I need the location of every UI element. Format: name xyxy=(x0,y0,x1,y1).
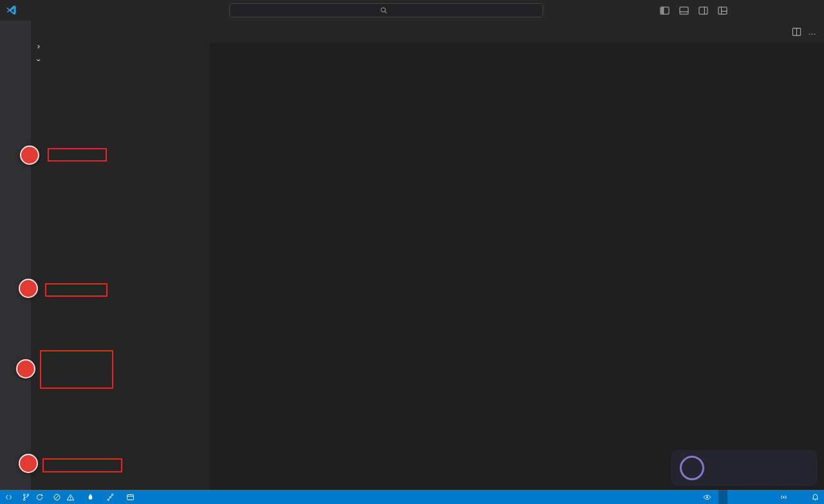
menu-view[interactable] xyxy=(58,8,68,13)
window-icon xyxy=(126,493,135,501)
remote-icon xyxy=(5,493,13,501)
annotation-box-page-tsx xyxy=(48,148,107,162)
layout-controls xyxy=(656,3,731,18)
split-editor-icon[interactable] xyxy=(792,27,801,37)
broadcast-icon xyxy=(780,493,788,501)
status-bar-left xyxy=(0,490,142,504)
indentation-status[interactable] xyxy=(736,490,745,504)
go-live-button[interactable] xyxy=(775,490,795,504)
tab-bar-actions: … xyxy=(784,21,824,43)
warning-icon xyxy=(66,493,75,501)
chevron-right-icon: › xyxy=(33,41,44,51)
project-root-section[interactable]: › xyxy=(31,53,210,67)
annotation-badge-2 xyxy=(19,454,38,473)
customize-layout-icon[interactable] xyxy=(714,3,731,18)
menu-more[interactable] xyxy=(70,8,80,13)
encoding-status[interactable] xyxy=(745,490,754,504)
close-button[interactable] xyxy=(795,0,824,21)
annotation-badge-3 xyxy=(19,279,38,298)
explorer-sidebar: › › xyxy=(31,21,210,490)
prettier-status[interactable] xyxy=(795,490,807,504)
menu-selection[interactable] xyxy=(46,8,57,13)
main-area: › › … xyxy=(0,21,824,490)
menu-edit[interactable] xyxy=(35,8,45,13)
editor-more-icon[interactable]: … xyxy=(808,27,816,37)
toggle-sidebar-icon[interactable] xyxy=(656,3,673,18)
title-bar-right xyxy=(656,0,824,21)
minimize-button[interactable] xyxy=(737,0,766,21)
search-icon xyxy=(380,6,388,15)
vscode-logo-icon xyxy=(5,4,18,17)
title-bar xyxy=(0,0,824,21)
status-bar-right xyxy=(698,490,824,504)
project-status[interactable] xyxy=(122,490,142,504)
explorer-header xyxy=(31,21,210,39)
eol-status[interactable] xyxy=(754,490,763,504)
git-graph-icon xyxy=(106,493,115,501)
file-tree xyxy=(31,67,210,490)
language-mode[interactable] xyxy=(763,490,775,504)
toggle-panel-icon[interactable] xyxy=(675,3,692,18)
watermark xyxy=(671,450,818,486)
activity-bar xyxy=(0,21,31,490)
code-editor[interactable] xyxy=(210,57,824,490)
remote-indicator[interactable] xyxy=(0,490,17,504)
annotation-badge-4 xyxy=(20,145,39,165)
open-editors-section[interactable]: › xyxy=(31,39,210,53)
toggle-secondary-sidebar-icon[interactable] xyxy=(695,3,711,18)
annotation-box-styles-fonts xyxy=(40,350,113,389)
annotation-badge-1 xyxy=(16,359,35,378)
flame-icon xyxy=(86,493,95,501)
notifications-button[interactable] xyxy=(807,490,824,504)
screen-reader-status[interactable] xyxy=(718,490,727,504)
problems-status[interactable] xyxy=(48,490,82,504)
command-center-search[interactable] xyxy=(229,3,543,17)
git-graph-button[interactable] xyxy=(102,490,122,504)
branch-status[interactable] xyxy=(17,490,48,504)
sync-icon xyxy=(35,493,44,501)
bell-icon xyxy=(811,493,819,501)
maximize-button[interactable] xyxy=(766,0,795,21)
editor-area: … xyxy=(210,21,824,490)
command-center-area xyxy=(80,3,656,17)
chevron-down-icon: › xyxy=(34,55,44,65)
watermark-logo-icon xyxy=(680,456,704,480)
annotation-box-tailwind-config xyxy=(42,458,122,472)
status-bar xyxy=(0,490,824,504)
error-icon xyxy=(53,493,61,501)
tab-bar: … xyxy=(210,21,824,43)
title-bar-left xyxy=(0,4,80,17)
cursor-position[interactable] xyxy=(727,490,736,504)
git-branch-icon xyxy=(22,493,30,501)
eye-icon xyxy=(703,493,711,501)
annotation-box-layout-tsx xyxy=(45,283,108,297)
flame-status[interactable] xyxy=(82,490,102,504)
breadcrumb xyxy=(210,43,824,57)
menu-file[interactable] xyxy=(23,8,33,13)
watching-status[interactable] xyxy=(698,490,718,504)
